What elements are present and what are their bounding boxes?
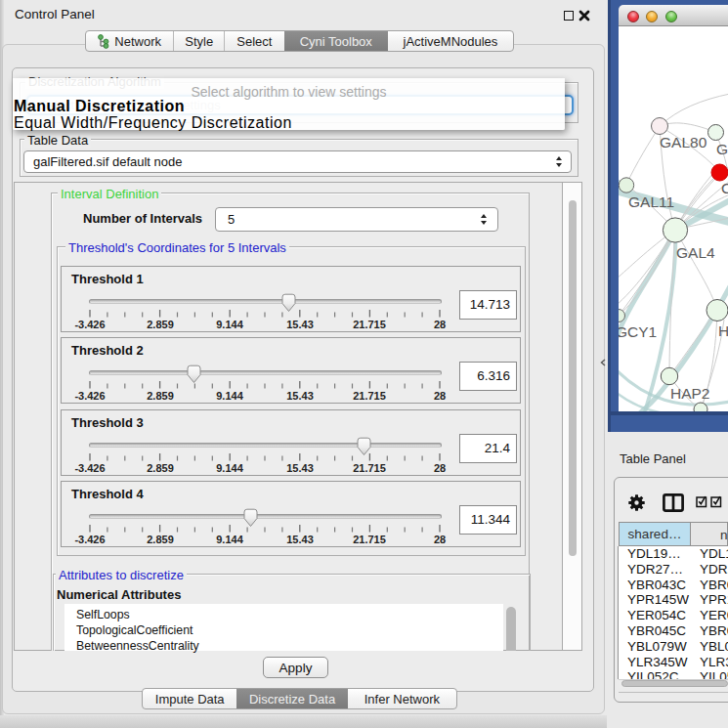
svg-text:HAP2: HAP2	[670, 385, 710, 402]
svg-text:GCY1: GCY1	[619, 323, 657, 340]
svg-text:GAL80: GAL80	[660, 134, 707, 150]
svg-text:GAL4: GAL4	[676, 244, 715, 261]
svg-text:G.: G.	[716, 141, 728, 157]
svg-text:H: H	[718, 322, 728, 339]
svg-text:C: C	[721, 180, 728, 196]
svg-text:GAL11: GAL11	[628, 193, 674, 210]
